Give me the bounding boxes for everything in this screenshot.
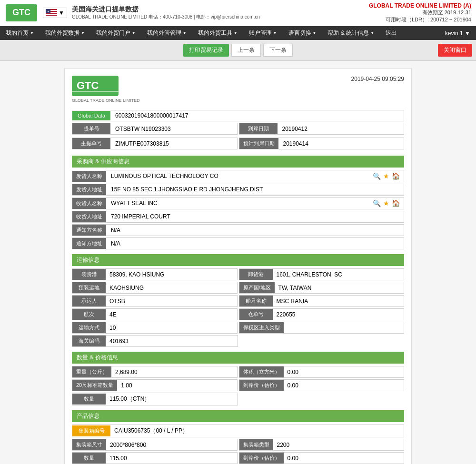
- port-row: 装货港 58309, KAO HSIUNG 卸货港 1601, CHARLEST…: [72, 268, 404, 280]
- logo-icon: GTC: [5, 3, 38, 22]
- container-type-value: 2200: [273, 440, 404, 450]
- bonded-row: 保税区进入类型: [239, 322, 405, 334]
- shipper-name-value: LUMINOUS OPTICAL TECHNOLOGY CO: [106, 171, 369, 181]
- global-data-row: Global Data 60032019041800000017417: [72, 110, 404, 121]
- dest-port-value: 1601, CHARLESTON, SC: [273, 269, 404, 280]
- nav-logout[interactable]: 退出: [380, 26, 403, 40]
- nav-language[interactable]: 语言切换 ▼: [283, 26, 322, 40]
- bonded-value: [284, 326, 404, 330]
- consignee-star-icon[interactable]: ★: [383, 199, 389, 207]
- consignee-name-value: WYATT SEAL INC: [106, 198, 369, 208]
- master-bill-row: 主提单号 ZIMUTPE007303815: [72, 138, 238, 149]
- vessel-row: 船只名称 MSC RANIA: [239, 295, 405, 307]
- carrier-row: 承运人 OTSB: [72, 295, 238, 307]
- consignee-addr-row: 收货人地址 720 IMPERIAL COURT: [72, 211, 404, 223]
- container-size-label: 集装箱尺寸: [72, 439, 106, 450]
- us-flag-icon: ★: [46, 9, 57, 17]
- container-type-label: 集装箱类型: [239, 439, 273, 450]
- nav-user[interactable]: kevin.1 ▼: [439, 27, 476, 39]
- shipper-icons: 🔍 ★ 🏠: [369, 170, 404, 182]
- toolbar-center: 打印贸易记录 上一条 下一条: [183, 44, 293, 57]
- container-no-row: 集装箱编号 CAIU3506735（00 / L / PP）: [72, 425, 404, 437]
- supplier-section-header: 采购商 & 供应商信息: [72, 156, 404, 168]
- arrival-date-label: 到岸日期: [239, 123, 278, 134]
- mode-bonded-row: 运输方式 10 保税区进入类型: [72, 322, 404, 334]
- nav-management-arrow: ▼: [183, 31, 187, 35]
- ldr-info: 可用时段（LDR）: 200712 ~ 201904: [369, 16, 471, 23]
- notify-addr-value: N/A: [106, 238, 404, 249]
- notify-name-label: 通知方名称: [72, 225, 106, 236]
- voyage-row: 航次 4E: [72, 308, 238, 320]
- bill-no-row: 提单号 OTSBTW N19023303: [72, 123, 238, 135]
- inbond-label: 仓单号: [239, 309, 273, 320]
- vessel-label: 船只名称: [239, 296, 273, 306]
- header-right: GLOBAL TRADE ONLINE LIMITED (A) 有效期至 201…: [369, 2, 471, 23]
- page-header: GTC ★ ▼ 美国海关进口提单数据 GLOBAL TRADE ONLINE L…: [0, 0, 476, 26]
- declared-value-row: 到岸价（估价） 0.00: [239, 379, 405, 391]
- est-arrival-value: 20190414: [278, 138, 404, 149]
- nav-management[interactable]: 我的外管管理 ▼: [141, 26, 192, 40]
- notify-addr-label: 通知方地址: [72, 238, 106, 249]
- origin-country-value: TW, TAIWAN: [275, 283, 404, 293]
- svg-rect-7: [46, 16, 57, 17]
- nav-portal-arrow: ▼: [132, 31, 136, 35]
- doc-logo-sub: GLOBAL TRADE ONLINE LIMITED: [72, 98, 140, 103]
- print-button[interactable]: 打印贸易记录: [183, 44, 229, 57]
- nav-account-arrow: ▼: [273, 31, 277, 35]
- origin-country-label: 原产国/地区: [239, 282, 275, 293]
- nav-home[interactable]: 我的首页 ▼: [0, 26, 40, 40]
- consignee-home-icon[interactable]: 🏠: [392, 199, 400, 207]
- nav-trade-data[interactable]: 我的外贸数据 ▼: [40, 26, 90, 40]
- quantity-value: 115.00（CTN）: [106, 393, 238, 405]
- product-qty-declared-row: 数量 115.00 到岸价（估价） 0.00: [72, 452, 404, 464]
- next-button[interactable]: 下一条: [263, 44, 293, 57]
- vessel-value: MSC RANIA: [273, 296, 404, 306]
- nav-portal[interactable]: 我的外贸门户 ▼: [90, 26, 141, 40]
- shipper-home-icon[interactable]: 🏠: [392, 172, 400, 180]
- nav-help[interactable]: 帮助 & 统计信息 ▼: [322, 26, 380, 40]
- doc-logo: GTC GLOBAL TRADE ONLINE LIMITED: [72, 76, 140, 103]
- dest-port-label: 卸货港: [239, 269, 273, 280]
- weight-value: 2,689.00: [111, 367, 237, 377]
- product-declared-value: 0.00: [284, 453, 404, 464]
- consignee-name-row: 收货人名称 WYATT SEAL INC 🔍 ★ 🏠: [72, 197, 404, 209]
- notify-name-row: 通知方名称 N/A: [72, 224, 404, 236]
- pre-load-label: 预装运地: [72, 282, 106, 293]
- dest-port-row: 卸货港 1601, CHARLESTON, SC: [239, 268, 405, 280]
- consignee-icons: 🔍 ★ 🏠: [369, 197, 404, 209]
- document-datetime: 2019-04-25 09:05:29: [351, 76, 404, 82]
- main-content: GTC GLOBAL TRADE ONLINE LIMITED 2019-04-…: [0, 61, 476, 464]
- origin-port-value: 58309, KAO HSIUNG: [106, 269, 237, 280]
- container-no-value: CAIU3506735（00 / L / PP）: [110, 425, 404, 437]
- nav-help-arrow: ▼: [370, 31, 374, 35]
- transport-mode-row: 运输方式 10: [72, 322, 238, 334]
- container-declared-row: 20尺标准箱数量 1.00 到岸价（估价） 0.00: [72, 379, 404, 391]
- notify-name-value: N/A: [106, 225, 404, 236]
- consignee-search-icon[interactable]: 🔍: [373, 199, 381, 207]
- arrival-date-row: 到岸日期 20190412: [239, 123, 405, 135]
- shipper-search-icon[interactable]: 🔍: [373, 172, 381, 180]
- container-size-type-row: 集装箱尺寸 2000*806*800 集装箱类型 2200: [72, 439, 404, 451]
- voyage-inbond-row: 航次 4E 仓单号 220655: [72, 308, 404, 320]
- nav-account[interactable]: 账户管理 ▼: [243, 26, 283, 40]
- prev-button[interactable]: 上一条: [231, 44, 261, 57]
- nav-tools-arrow: ▼: [234, 31, 238, 35]
- nav-tools[interactable]: 我的外贸工具 ▼: [192, 26, 243, 40]
- weight-row: 重量（公斤） 2,689.00: [72, 366, 238, 378]
- document-container: GTC GLOBAL TRADE ONLINE LIMITED 2019-04-…: [64, 68, 412, 464]
- svg-text:GTC: GTC: [77, 79, 99, 91]
- global-data-label: Global Data: [72, 111, 110, 120]
- product-qty-label: 数量: [72, 453, 106, 464]
- validity-date: 有效期至 2019-12-31: [369, 9, 471, 16]
- container-type-row: 集装箱类型 2200: [239, 439, 405, 451]
- declared-value-label: 到岸价（估价）: [239, 380, 284, 391]
- page-title-section: 美国海关进口提单数据 GLOBAL TRADE ONLINE LIMITED 电…: [72, 5, 260, 20]
- close-button[interactable]: 关闭窗口: [438, 44, 472, 57]
- shipper-addr-row: 发货人地址 15F NO 85 SEC 1 JHONGSIAO E RD JHO…: [72, 184, 404, 196]
- notify-addr-row: 通知方地址 N/A: [72, 237, 404, 249]
- language-selector[interactable]: ★ ▼: [43, 8, 67, 18]
- shipper-star-icon[interactable]: ★: [383, 172, 389, 180]
- header-left: GTC ★ ▼ 美国海关进口提单数据 GLOBAL TRADE ONLINE L…: [5, 3, 260, 22]
- container20-value: 1.00: [117, 380, 237, 391]
- origin-port-row: 装货港 58309, KAO HSIUNG: [72, 268, 238, 280]
